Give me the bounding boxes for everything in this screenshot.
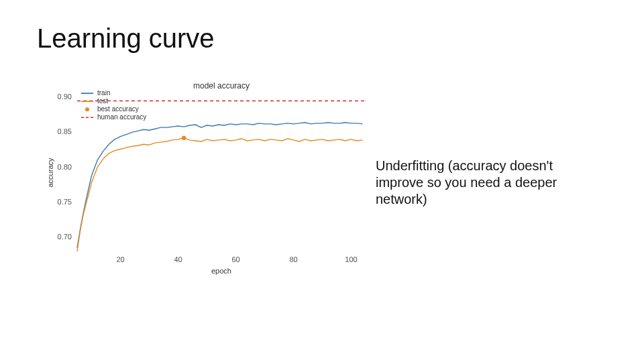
svg-text:60: 60 — [231, 255, 239, 263]
svg-text:best accuracy: best accuracy — [97, 105, 139, 113]
svg-point-24 — [182, 136, 186, 140]
svg-text:80: 80 — [289, 255, 297, 263]
svg-text:train: train — [97, 89, 110, 97]
svg-text:0.75: 0.75 — [58, 198, 72, 206]
svg-text:0.90: 0.90 — [58, 93, 72, 101]
svg-text:0.80: 0.80 — [58, 163, 72, 171]
svg-text:accuracy: accuracy — [46, 158, 54, 188]
svg-point-29 — [85, 107, 89, 111]
svg-text:human accuracy: human accuracy — [97, 113, 146, 121]
page-title: Learning curve — [37, 23, 215, 54]
svg-text:0.70: 0.70 — [58, 233, 72, 241]
chart-figure: model accuracy0.700.750.800.850.90204060… — [44, 80, 372, 275]
svg-text:model accuracy: model accuracy — [193, 81, 250, 90]
svg-text:test: test — [97, 97, 108, 105]
svg-text:epoch: epoch — [211, 267, 231, 275]
svg-text:20: 20 — [116, 255, 124, 263]
svg-text:40: 40 — [174, 255, 182, 263]
annotation-text: Underfitting (accuracy doesn't improve s… — [376, 158, 577, 208]
svg-text:100: 100 — [345, 255, 357, 263]
svg-text:0.85: 0.85 — [58, 127, 72, 135]
